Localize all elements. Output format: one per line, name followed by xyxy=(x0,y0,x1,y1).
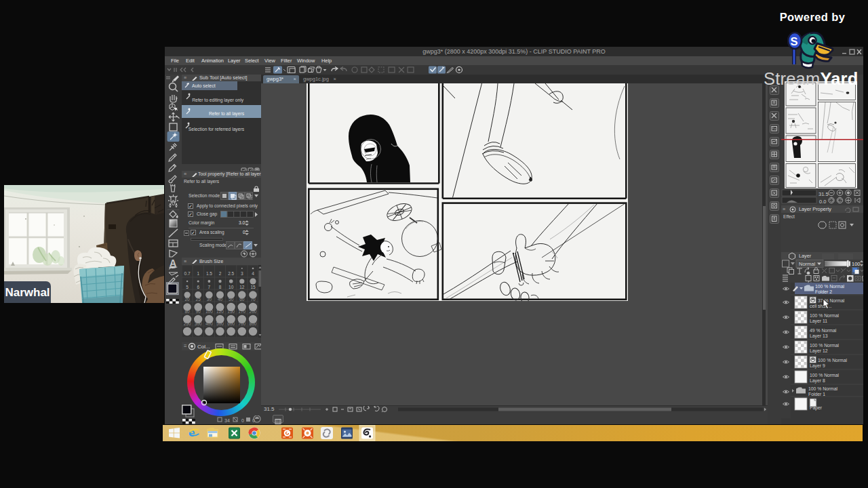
svg-text:90: 90 xyxy=(196,309,201,314)
svg-text:2.5: 2.5 xyxy=(228,271,234,276)
svg-text:70: 70 xyxy=(250,297,256,302)
svg-text:1.5: 1.5 xyxy=(206,271,212,276)
svg-text:60: 60 xyxy=(239,297,245,302)
svg-text:800: 800 xyxy=(250,321,257,326)
svg-text:200: 200 xyxy=(250,309,257,314)
svg-text:Refer to editing layer only: Refer to editing layer only xyxy=(192,98,243,103)
svg-text:100: 100 xyxy=(852,261,861,267)
svg-text:100 % Normal: 100 % Normal xyxy=(810,373,840,378)
svg-text:Refer to all layers: Refer to all layers xyxy=(209,111,245,117)
svg-text:49 % Normal: 49 % Normal xyxy=(810,328,837,333)
svg-text:37 % Normal: 37 % Normal xyxy=(818,298,845,303)
svg-text:6: 6 xyxy=(197,285,199,289)
svg-text:4: 4 xyxy=(252,271,254,276)
svg-text:34: 34 xyxy=(224,418,230,423)
svg-text:170: 170 xyxy=(238,309,245,314)
svg-text:5: 5 xyxy=(186,285,189,289)
svg-text:120: 120 xyxy=(216,309,224,314)
svg-text:100: 100 xyxy=(205,309,213,314)
svg-text:Selection for referred layers: Selection for referred layers xyxy=(189,127,245,132)
svg-text:100 % Normal: 100 % Normal xyxy=(810,343,840,348)
svg-text:100 % Normal: 100 % Normal xyxy=(818,358,848,363)
svg-text:40: 40 xyxy=(218,297,223,302)
svg-text:e: e xyxy=(189,426,195,439)
svg-text:Normal: Normal xyxy=(799,261,816,267)
svg-text:Layer 9: Layer 9 xyxy=(810,363,825,369)
svg-text:Paper: Paper xyxy=(810,405,823,411)
svg-text:100 % Normal: 100 % Normal xyxy=(810,313,840,318)
svg-text:600: 600 xyxy=(227,321,235,326)
svg-text:7: 7 xyxy=(208,285,211,289)
svg-text:12: 12 xyxy=(239,285,245,289)
svg-text:100 % Normal: 100 % Normal xyxy=(808,386,838,391)
svg-text:700: 700 xyxy=(238,321,245,326)
svg-text:150: 150 xyxy=(227,309,235,314)
svg-text:31.5: 31.5 xyxy=(818,191,829,197)
svg-text:3: 3 xyxy=(241,271,243,276)
svg-text:0.0: 0.0 xyxy=(819,199,826,205)
svg-text:30: 30 xyxy=(207,297,212,302)
svg-text:0: 0 xyxy=(241,418,244,423)
svg-text:250: 250 xyxy=(184,321,191,326)
svg-text:20: 20 xyxy=(184,297,190,302)
svg-text:100 % Normal: 100 % Normal xyxy=(815,284,845,289)
svg-text:15: 15 xyxy=(250,285,256,289)
svg-text:Folder 1: Folder 1 xyxy=(808,392,825,396)
svg-text:Layer 11: Layer 11 xyxy=(810,319,827,324)
svg-text:500: 500 xyxy=(216,321,224,326)
svg-text:S: S xyxy=(791,35,798,47)
svg-text:25: 25 xyxy=(196,297,201,302)
svg-text:400: 400 xyxy=(205,321,213,326)
svg-text:Col...: Col... xyxy=(197,344,210,350)
svg-text:2: 2 xyxy=(219,271,222,276)
svg-text:8: 8 xyxy=(219,285,222,289)
svg-text:Layer 12: Layer 12 xyxy=(810,348,828,354)
svg-text:50: 50 xyxy=(229,297,234,302)
svg-text:0.7: 0.7 xyxy=(184,271,191,276)
svg-text:300: 300 xyxy=(195,321,202,326)
svg-text:80: 80 xyxy=(184,309,190,314)
svg-text:Folder 2: Folder 2 xyxy=(815,289,832,294)
svg-text:Layer 13: Layer 13 xyxy=(810,333,828,339)
svg-text:1: 1 xyxy=(197,271,199,276)
svg-text:Layer 8: Layer 8 xyxy=(810,378,825,384)
svg-text:10: 10 xyxy=(229,285,234,289)
